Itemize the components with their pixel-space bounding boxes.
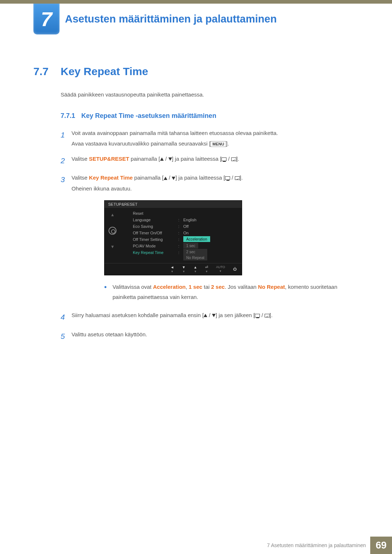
step-body: Valittu asetus otetaan käyttöön. bbox=[72, 329, 359, 344]
no-repeat-label: No Repeat bbox=[258, 284, 285, 290]
osd-row-reset: Reset bbox=[121, 210, 242, 217]
osd-row-timer-setting: Off Timer Setting: Acceleration bbox=[121, 236, 242, 243]
step-number: 4 bbox=[61, 310, 72, 325]
step-text: ]. bbox=[226, 140, 229, 147]
step-text: painamalla [ bbox=[129, 156, 160, 162]
step-text: Oheinen ikkuna avautuu. bbox=[72, 185, 132, 192]
step-3: 3 Valitse Key Repeat Time painamalla [ /… bbox=[61, 172, 359, 194]
step-text: Valitse bbox=[72, 156, 89, 162]
step-body: Siirry haluamasi asetuksen kohdalle pain… bbox=[72, 310, 359, 325]
osd-row-language: Language:English bbox=[121, 217, 242, 223]
step-body: Valitse SETUP&RESET painamalla [ / ] ja … bbox=[72, 153, 359, 168]
down-arrow-icon bbox=[172, 177, 175, 180]
back-icon: ◄▾ bbox=[170, 265, 174, 273]
step-2: 2 Valitse SETUP&RESET painamalla [ / ] j… bbox=[61, 153, 359, 168]
page-number: 69 bbox=[370, 537, 392, 554]
osd-title: SETUP&RESET bbox=[105, 201, 242, 208]
osd-label: Key Repeat Time bbox=[133, 250, 178, 255]
bullet-text: Valittavissa ovat Acceleration, 1 sec ta… bbox=[113, 282, 359, 303]
step-text: Voit avata avainoppaan painamalla mitä t… bbox=[72, 130, 278, 136]
key-repeat-time-label: Key Repeat Time bbox=[89, 175, 133, 181]
step-text: ]. bbox=[270, 312, 273, 318]
osd-row-key-repeat: Key Repeat Time: 2 sec No Repeat bbox=[121, 249, 242, 256]
acceleration-label: Acceleration bbox=[153, 284, 185, 290]
osd-sidebar: ▲ ▼ bbox=[105, 208, 121, 263]
osd-label: Reset bbox=[133, 211, 178, 216]
up-icon: ▲▾ bbox=[193, 265, 197, 273]
one-sec-label: 1 sec bbox=[189, 284, 203, 290]
osd-label: Eco Saving bbox=[133, 224, 178, 229]
text: tai bbox=[202, 284, 211, 290]
step-number: 5 bbox=[61, 329, 72, 344]
osd-value: English bbox=[183, 218, 196, 222]
osd-option-1sec: 1 sec bbox=[183, 243, 198, 249]
osd-label: Off Timer Setting bbox=[133, 237, 178, 242]
up-arrow-icon bbox=[160, 157, 164, 161]
top-accent-bar bbox=[0, 0, 392, 4]
menu-button-icon: MENU bbox=[211, 141, 226, 147]
step-text: ] ja paina laitteessa [ bbox=[175, 175, 225, 181]
setup-reset-label: SETUP&RESET bbox=[89, 156, 129, 162]
osd-screenshot: SETUP&RESET ▲ ▼ Reset Language:English E… bbox=[104, 200, 242, 275]
osd-footer: ◄▾ ▼▾ ▲▾ ⏎▾ AUTO▾ ⏻ bbox=[105, 263, 242, 275]
osd-row-eco: Eco Saving:Off bbox=[121, 223, 242, 230]
auto-icon: AUTO▾ bbox=[216, 265, 225, 273]
source-icon bbox=[221, 157, 226, 161]
osd-label: Language bbox=[133, 218, 178, 222]
step-body: Voit avata avainoppaan painamalla mitä t… bbox=[72, 128, 359, 149]
step-4: 4 Siirry haluamasi asetuksen kohdalle pa… bbox=[61, 310, 359, 325]
osd-row-pcav: PC/AV Mode: 1 sec bbox=[121, 243, 242, 249]
subsection-title: Key Repeat Time -asetuksen määrittäminen bbox=[81, 112, 216, 119]
chapter-header: 7 Asetusten määrittäminen ja palauttamin… bbox=[0, 4, 392, 34]
step-text: ]. bbox=[236, 156, 239, 162]
chapter-title: Asetusten määrittäminen ja palauttaminen bbox=[65, 4, 277, 34]
step-text: painamalla [ bbox=[133, 175, 164, 181]
step-text: ]. bbox=[240, 175, 243, 181]
step-number: 1 bbox=[61, 128, 72, 149]
text: . Jos valitaan bbox=[225, 284, 258, 290]
chapter-number-badge: 7 bbox=[33, 4, 60, 34]
down-arrow-icon bbox=[212, 314, 216, 317]
footer-text: 7 Asetusten määrittäminen ja palauttamin… bbox=[263, 542, 370, 548]
osd-label: PC/AV Mode bbox=[133, 244, 178, 248]
subsection-number: 7.7.1 bbox=[61, 112, 75, 119]
source-icon bbox=[255, 314, 260, 317]
subsection-heading: 7.7.1 Key Repeat Time -asetuksen määritt… bbox=[61, 112, 359, 120]
text: , bbox=[186, 284, 189, 290]
bullet-icon: • bbox=[104, 282, 107, 303]
step-list: 1 Voit avata avainoppaan painamalla mitä… bbox=[61, 128, 359, 344]
osd-value: Off bbox=[183, 224, 188, 229]
step-text: Valitse bbox=[72, 175, 89, 181]
chevron-down-icon: ▼ bbox=[110, 244, 115, 249]
down-arrow-icon bbox=[168, 157, 172, 161]
step-number: 3 bbox=[61, 172, 72, 194]
enter-icon bbox=[235, 176, 240, 180]
step-text: Valittu asetus otetaan käyttöön. bbox=[72, 331, 147, 337]
source-icon bbox=[225, 176, 230, 180]
page-content: 7.7 Key Repeat Time Säädä painikkeen vas… bbox=[33, 65, 359, 348]
up-arrow-icon bbox=[204, 314, 207, 317]
step-text: ] ja paina laitteessa [ bbox=[172, 156, 222, 162]
osd-row-spacer bbox=[121, 256, 242, 261]
enter-icon bbox=[231, 157, 236, 161]
osd-label: Off Timer On/Off bbox=[133, 231, 178, 235]
chevron-up-icon: ▲ bbox=[110, 212, 115, 217]
step-number: 2 bbox=[61, 153, 72, 168]
step-5: 5 Valittu asetus otetaan käyttöön. bbox=[61, 329, 359, 344]
down-icon: ▼▾ bbox=[182, 265, 185, 273]
up-arrow-icon bbox=[164, 177, 167, 180]
osd-option-acceleration: Acceleration bbox=[183, 236, 210, 242]
step-text: Avaa vastaava kuvaruutuvalikko painamall… bbox=[72, 140, 211, 147]
section-title: Key Repeat Time bbox=[61, 65, 148, 78]
step-text: ] ja sen jälkeen [ bbox=[216, 312, 255, 318]
enter-icon bbox=[265, 314, 270, 317]
section-heading: 7.7 Key Repeat Time bbox=[33, 65, 359, 78]
two-sec-label: 2 sec bbox=[211, 284, 225, 290]
osd-menu: Reset Language:English Eco Saving:Off Of… bbox=[121, 208, 242, 263]
step-text: Siirry haluamasi asetuksen kohdalle pain… bbox=[72, 312, 204, 318]
osd-row-timer-onoff: Off Timer On/Off:On bbox=[121, 230, 242, 236]
page-footer: 7 Asetusten määrittäminen ja palauttamin… bbox=[263, 537, 392, 554]
bullet-note: • Valittavissa ovat Acceleration, 1 sec … bbox=[104, 282, 359, 303]
section-number: 7.7 bbox=[33, 65, 61, 78]
step-1: 1 Voit avata avainoppaan painamalla mitä… bbox=[61, 128, 359, 149]
